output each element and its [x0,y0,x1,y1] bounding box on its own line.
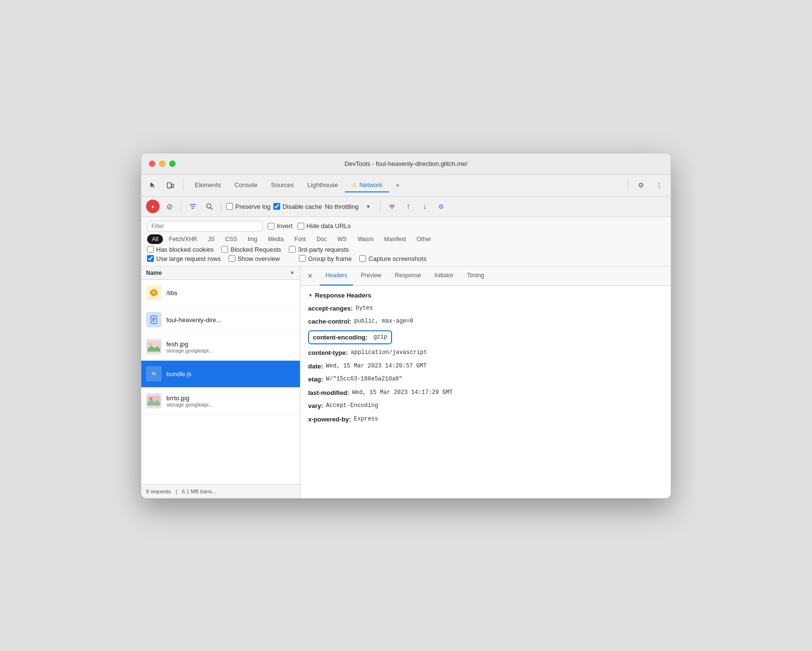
device-toolbar-button[interactable] [162,178,178,192]
header-key-x-powered-by: x-powered-by: [308,415,351,424]
file-item-fesh[interactable]: fesh.jpg storage.googleapi... [141,334,300,361]
details-tab-headers[interactable]: Headers [320,267,353,285]
filter-input-wrap[interactable] [147,221,263,231]
large-rows-checkbox[interactable] [147,255,154,262]
header-row-cache-control: cache-control: public, max-age=0 [308,317,663,326]
close-details-button[interactable]: ✕ [305,271,315,281]
filter-pill-doc[interactable]: Doc [311,234,331,244]
group-by-frame-checkbox[interactable] [299,255,306,262]
minimize-button[interactable] [159,161,165,167]
file-icon-libs [146,285,162,300]
file-host-fesh: storage.googleapi... [166,348,295,353]
has-blocked-cookies-label[interactable]: Has blocked cookies [147,246,214,253]
sort-arrow-icon[interactable]: ▼ [289,270,295,276]
header-value-cache-control: public, max-age=0 [354,317,413,326]
file-info-bundle: bundle.js [166,370,295,378]
file-name-libs: /libs [166,289,295,297]
show-overview-checkbox[interactable] [229,255,235,262]
search-button[interactable] [203,200,216,213]
preserve-log-label[interactable]: Preserve log [226,203,271,210]
tab-more[interactable]: » [389,178,406,192]
invert-checkbox[interactable] [268,223,274,230]
filter-input[interactable] [151,223,258,230]
capture-screenshots-checkbox[interactable] [359,255,366,262]
export-button[interactable]: ↓ [418,200,432,213]
filter-pill-css[interactable]: CSS [220,234,242,244]
file-info-main: foul-heavenly-dire... [166,316,295,324]
tab-console[interactable]: Console [228,178,264,192]
filter-pill-fetch-xhr[interactable]: Fetch/XHR [164,234,202,244]
record-button[interactable]: ● [146,200,160,213]
details-tab-timing[interactable]: Timing [461,267,490,285]
filter-pill-other[interactable]: Other [412,234,436,244]
tab-network[interactable]: ⚠Network [345,178,389,192]
header-row-x-powered-by: x-powered-by: Express [308,415,663,424]
filter-pill-img[interactable]: Img [243,234,262,244]
blocked-requests-label[interactable]: Blocked Requests [221,246,281,253]
file-item-main[interactable]: foul-heavenly-dire... [141,307,300,334]
file-icon-main [146,312,162,327]
details-panel: ✕ Headers Preview Response Initiator Tim… [300,267,671,498]
header-value-content-type: application/javascript [351,348,427,357]
tab-lighthouse[interactable]: Lighthouse [301,178,345,192]
filter-pill-js[interactable]: JS [203,234,219,244]
large-rows-label[interactable]: Use large request rows [147,255,221,262]
filter-pill-all[interactable]: All [147,234,163,244]
window-title: DevTools - foul-heavenly-direction.glitc… [344,160,467,167]
third-party-checkbox[interactable] [289,246,296,253]
disable-cache-checkbox[interactable] [273,203,280,210]
show-overview-label[interactable]: Show overview [229,255,280,262]
wifi-settings-button[interactable] [385,200,399,213]
header-key-etag: etag: [308,375,323,384]
header-key-content-encoding: content-encoding: [313,333,367,342]
filter-pill-manifest[interactable]: Manifest [379,234,411,244]
svg-point-13 [149,397,152,400]
hide-data-urls-label[interactable]: Hide data URLs [298,222,351,230]
file-item-brrto[interactable]: brrto.jpg storage.googleapi... [141,388,300,415]
settings2-button[interactable]: ⚙ [434,200,448,213]
header-key-accept-ranges: accept-ranges: [308,304,352,313]
blocked-requests-checkbox[interactable] [221,246,228,253]
maximize-button[interactable] [169,161,176,167]
details-tab-preview[interactable]: Preview [355,267,387,285]
network-toolbar: ● ⊘ Preserve log Disable cache No thrott… [141,197,671,217]
header-value-date: Wed, 15 Mar 2023 14:20:57 GMT [326,362,427,370]
filter-pill-ws[interactable]: WS [333,234,352,244]
file-list-footer: 8 requests | 6.1 MB trans... [141,484,300,498]
capture-screenshots-label[interactable]: Capture screenshots [359,255,426,262]
third-party-label[interactable]: 3rd-party requests [289,246,349,253]
throttling-dropdown-button[interactable]: ▼ [362,200,375,213]
disable-cache-label[interactable]: Disable cache [273,203,322,210]
import-button[interactable]: ↑ [402,200,415,213]
cursor-tool-button[interactable] [145,178,161,192]
svg-point-2 [169,187,169,188]
more-options-button[interactable]: ⋮ [651,178,667,192]
file-info-fesh: fesh.jpg storage.googleapi... [166,340,295,353]
filter-toggle-button[interactable] [186,200,200,213]
header-row-accept-ranges: accept-ranges: bytes [308,304,663,313]
file-name-bundle: bundle.js [166,370,295,378]
tab-bar: Elements Console Sources Lighthouse ⚠Net… [188,178,623,192]
file-item-bundle[interactable]: bundle.js [141,361,300,388]
has-blocked-cookies-checkbox[interactable] [147,246,154,253]
tab-sources[interactable]: Sources [264,178,301,192]
filter-pill-media[interactable]: Media [263,234,289,244]
filter-pill-font[interactable]: Font [289,234,311,244]
file-items-list: /libs foul-heavenly-dire... [141,280,300,484]
header-row-etag: etag: W/"15cc63-186e5a210a8" [308,375,663,384]
filter-pill-wasm[interactable]: Wasm [352,234,379,244]
preserve-log-checkbox[interactable] [226,203,233,210]
file-icon-bundle [146,366,162,381]
close-button[interactable] [149,161,155,167]
settings-button[interactable]: ⚙ [633,178,649,192]
group-by-frame-label[interactable]: Group by frame [299,255,352,262]
clear-button[interactable]: ⊘ [162,200,176,213]
invert-label[interactable]: Invert [268,222,293,230]
details-tab-initiator[interactable]: Initiator [429,267,459,285]
svg-marker-4 [150,289,157,296]
file-item-libs[interactable]: /libs [141,280,300,307]
details-tab-response[interactable]: Response [389,267,427,285]
tab-elements[interactable]: Elements [188,178,228,192]
file-host-brrto: storage.googleapi... [166,402,295,407]
hide-data-urls-checkbox[interactable] [298,223,304,230]
